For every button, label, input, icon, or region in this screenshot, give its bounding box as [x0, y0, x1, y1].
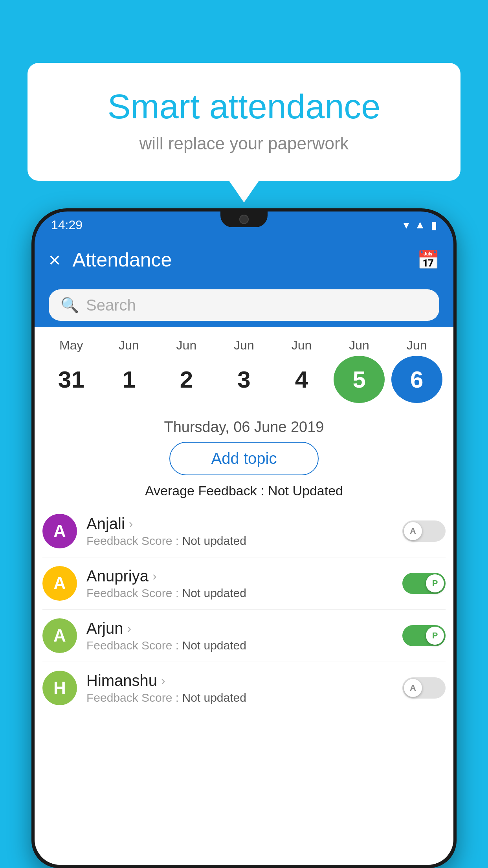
avg-feedback: Average Feedback : Not Updated	[35, 483, 453, 505]
month-jun-2: Jun	[161, 338, 212, 353]
month-jun-5: Jun	[334, 338, 385, 353]
chevron-anjali: ›	[129, 517, 133, 531]
student-name-himanshu[interactable]: Himanshu ›	[86, 672, 402, 690]
phone-screen: 🔍 Search May Jun Jun Jun Jun Jun Jun 31 …	[35, 281, 453, 865]
calendar-icon[interactable]: 📅	[417, 249, 439, 270]
month-jun-6: Jun	[391, 338, 442, 353]
student-feedback-anjali: Feedback Score : Not updated	[86, 534, 402, 548]
notch-camera	[239, 215, 249, 224]
month-jun-4: Jun	[276, 338, 327, 353]
toggle-knob-anjali: A	[404, 522, 422, 540]
search-bar[interactable]: 🔍 Search	[49, 289, 439, 321]
month-row: May Jun Jun Jun Jun Jun Jun	[42, 338, 446, 353]
student-info-arjun: Arjun › Feedback Score : Not updated	[86, 620, 402, 652]
student-row-anupriya: A Anupriya › Feedback Score : Not update…	[42, 557, 446, 610]
date-6-selected[interactable]: 6	[391, 356, 442, 403]
bubble-subtitle: will replace your paperwork	[59, 134, 429, 153]
student-info-himanshu: Himanshu › Feedback Score : Not updated	[86, 672, 402, 704]
toggle-knob-anupriya: P	[426, 574, 444, 592]
signal-icon: ▲	[415, 219, 426, 231]
student-name-arjun[interactable]: Arjun ›	[86, 620, 402, 637]
app-bar: × Attendance 📅	[35, 238, 453, 281]
search-container: 🔍 Search	[35, 281, 453, 327]
date-1[interactable]: 1	[103, 356, 154, 403]
student-feedback-anupriya: Feedback Score : Not updated	[86, 587, 402, 600]
month-may: May	[46, 338, 97, 353]
student-list: A Anjali › Feedback Score : Not updated …	[35, 505, 453, 714]
status-icons: ▾ ▲ ▮	[404, 219, 437, 232]
speech-bubble-container: Smart attendance will replace your paper…	[28, 63, 460, 181]
toggle-arjun[interactable]: P	[402, 625, 446, 646]
date-31[interactable]: 31	[46, 356, 97, 403]
student-info-anjali: Anjali › Feedback Score : Not updated	[86, 515, 402, 548]
avatar-arjun: A	[42, 618, 77, 653]
chevron-himanshu: ›	[161, 673, 165, 688]
notch	[220, 211, 268, 227]
toggle-anupriya[interactable]: P	[402, 573, 446, 594]
student-feedback-arjun: Feedback Score : Not updated	[86, 639, 402, 652]
status-time: 14:29	[51, 218, 83, 232]
toggle-himanshu[interactable]: A	[402, 677, 446, 699]
search-placeholder: Search	[86, 296, 136, 314]
date-row: 31 1 2 3 4 5 6	[42, 356, 446, 403]
toggle-knob-arjun: P	[426, 627, 444, 645]
calendar-section: May Jun Jun Jun Jun Jun Jun 31 1 2 3 4 5…	[35, 327, 453, 411]
month-jun-3: Jun	[218, 338, 270, 353]
student-feedback-himanshu: Feedback Score : Not updated	[86, 691, 402, 704]
student-row-himanshu: H Himanshu › Feedback Score : Not update…	[42, 662, 446, 714]
add-topic-button[interactable]: Add topic	[169, 442, 319, 475]
student-row-anjali: A Anjali › Feedback Score : Not updated …	[42, 505, 446, 557]
avg-feedback-label: Average Feedback :	[145, 483, 264, 498]
battery-icon: ▮	[431, 219, 437, 232]
toggle-knob-himanshu: A	[404, 679, 422, 697]
speech-bubble: Smart attendance will replace your paper…	[28, 63, 460, 181]
month-jun-1: Jun	[103, 338, 154, 353]
date-label: Thursday, 06 June 2019	[35, 411, 453, 442]
student-info-anupriya: Anupriya › Feedback Score : Not updated	[86, 567, 402, 600]
bubble-title: Smart attendance	[59, 86, 429, 127]
date-2[interactable]: 2	[161, 356, 212, 403]
date-3[interactable]: 3	[218, 356, 270, 403]
avg-feedback-value: Not Updated	[268, 483, 343, 498]
search-icon: 🔍	[61, 296, 79, 314]
phone-frame: 14:29 ▾ ▲ ▮ × Attendance 📅 🔍 Search	[31, 208, 457, 868]
avatar-anupriya: A	[42, 566, 77, 601]
toggle-anjali[interactable]: A	[402, 520, 446, 542]
date-5-today[interactable]: 5	[334, 356, 385, 403]
student-name-anjali[interactable]: Anjali ›	[86, 515, 402, 533]
student-name-anupriya[interactable]: Anupriya ›	[86, 567, 402, 585]
wifi-icon: ▾	[404, 219, 409, 232]
avatar-anjali: A	[42, 514, 77, 548]
student-row-arjun: A Arjun › Feedback Score : Not updated P	[42, 610, 446, 662]
avatar-himanshu: H	[42, 671, 77, 705]
close-button[interactable]: ×	[49, 248, 61, 272]
phone-inner: 14:29 ▾ ▲ ▮ × Attendance 📅 🔍 Search	[35, 211, 453, 865]
date-4[interactable]: 4	[276, 356, 327, 403]
chevron-anupriya: ›	[152, 569, 157, 583]
app-bar-title: Attendance	[72, 248, 417, 271]
chevron-arjun: ›	[127, 621, 131, 636]
